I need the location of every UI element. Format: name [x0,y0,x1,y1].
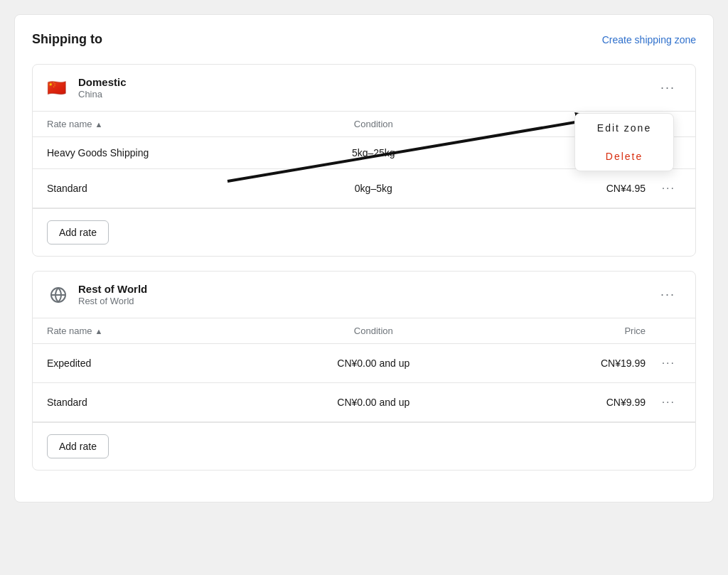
globe-icon [47,284,70,306]
sort-arrow-icon: ▲ [95,327,103,335]
zone-subname-rest-of-world: Rest of World [78,296,655,306]
rate-name-header-label: Rate name [47,326,92,336]
table-header-rest-of-world: Rate name▲ConditionPrice [33,318,695,344]
col-header-rate-name-rest-of-world: Rate name▲ [47,326,264,336]
zone-section-rest-of-world: Rest of WorldRest of World···Rate name▲C… [32,271,696,471]
zone-subname-domestic: China [78,89,655,100]
condition-cell-rest-of-world-1: CN¥0.00 and up [264,397,482,408]
sort-arrow-icon: ▲ [95,120,103,129]
zone-info-rest-of-world: Rest of WorldRest of World [78,283,655,306]
zone-header-rest-of-world: Rest of WorldRest of World··· [33,272,695,318]
rate-name-cell-domestic-0: Heavy Goods Shipping [47,147,264,158]
table-row-rest-of-world-0: ExpeditedCN¥0.00 and upCN¥19.99··· [33,344,695,383]
delete-zone-item-domestic[interactable]: Delete [575,142,673,171]
zone-name-domestic: Domestic [78,76,655,88]
table-row-rest-of-world-1: StandardCN¥0.00 and upCN¥9.99··· [33,383,695,422]
add-rate-button-rest-of-world[interactable]: Add rate [47,434,109,458]
page-header: Shipping to Create shipping zone [32,32,696,47]
rate-name-cell-rest-of-world-1: Standard [47,397,264,408]
page-container: Shipping to Create shipping zone 🇨🇳Domes… [14,14,714,503]
price-cell-rest-of-world-0: CN¥19.99 [482,358,646,369]
row-options-button-rest-of-world-0[interactable]: ··· [656,354,681,372]
col-header-rate-name-domestic: Rate name▲ [47,119,264,129]
zone-header-domestic: 🇨🇳DomesticChina···Edit zoneDelete [33,65,695,112]
rate-name-cell-rest-of-world-0: Expedited [47,358,264,369]
zone-section-domestic: 🇨🇳DomesticChina···Edit zoneDeleteRate na… [32,64,696,257]
price-cell-rest-of-world-1: CN¥9.99 [482,397,646,408]
col-header-condition-rest-of-world: Condition [264,326,482,336]
zone-info-domestic: DomesticChina [78,76,655,100]
zones-container: 🇨🇳DomesticChina···Edit zoneDeleteRate na… [32,64,696,471]
add-rate-button-domestic[interactable]: Add rate [47,220,109,244]
rate-name-header-label: Rate name [47,119,92,129]
price-cell-domestic-1: CN¥4.95 [482,183,646,194]
row-actions-rest-of-world-0: ··· [646,354,681,372]
zone-options-button-domestic[interactable]: ···Edit zoneDelete [655,77,681,98]
row-options-button-rest-of-world-1[interactable]: ··· [656,393,681,412]
condition-cell-rest-of-world-0: CN¥0.00 and up [264,358,482,369]
china-flag-icon: 🇨🇳 [47,80,70,96]
condition-cell-domestic-0: 5kg–25kg [264,147,482,158]
row-actions-rest-of-world-1: ··· [646,393,681,412]
edit-zone-item-domestic[interactable]: Edit zone [575,114,673,142]
dropdown-menu-domestic: Edit zoneDelete [574,113,674,171]
zone-name-rest-of-world: Rest of World [78,283,655,295]
add-rate-area-rest-of-world: Add rate [33,422,695,470]
col-header-price-rest-of-world: Price [482,326,646,336]
zone-options-button-rest-of-world[interactable]: ··· [655,284,681,305]
row-options-button-domestic-1[interactable]: ··· [656,179,681,198]
table-row-domestic-1: Standard0kg–5kgCN¥4.95··· [33,169,695,208]
add-rate-area-domestic: Add rate [33,208,695,256]
create-shipping-zone-link[interactable]: Create shipping zone [602,34,696,45]
rate-name-cell-domestic-1: Standard [47,183,264,194]
col-header-condition-domestic: Condition [264,119,482,129]
row-actions-domestic-1: ··· [646,179,681,198]
page-title: Shipping to [32,32,102,47]
condition-cell-domestic-1: 0kg–5kg [264,183,482,194]
